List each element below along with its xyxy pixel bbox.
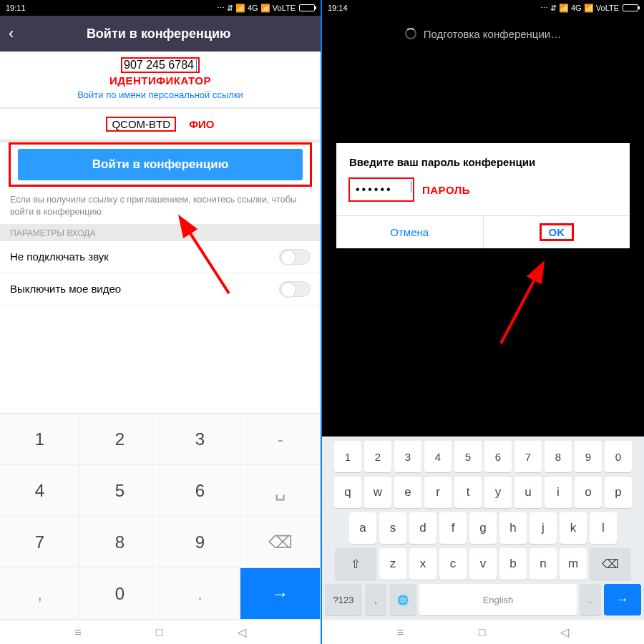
id-section: 907 245 6784 ИДЕНТИФИКАТОР Войти по имен… <box>0 52 321 107</box>
key-backspace[interactable]: ⌫ <box>590 548 631 580</box>
key-symbols[interactable]: ?123 <box>325 584 362 615</box>
key-dot[interactable]: . <box>160 568 240 620</box>
key-f[interactable]: f <box>439 512 467 544</box>
content-area: 907 245 6784 ИДЕНТИФИКАТОР Войти по имен… <box>0 52 321 306</box>
key-space[interactable]: English <box>419 584 577 615</box>
toggle-video[interactable] <box>279 281 311 297</box>
key-comma[interactable]: , <box>0 568 80 620</box>
key-go[interactable]: → <box>240 568 321 620</box>
spinner-icon <box>405 28 416 39</box>
battery-icon <box>623 4 638 11</box>
key-m[interactable]: m <box>560 548 587 580</box>
key-n5[interactable]: 5 <box>454 441 482 472</box>
name-value: QCOM-BTD <box>106 117 176 132</box>
nav-back-icon[interactable]: ◁ <box>238 625 246 639</box>
key-p[interactable]: p <box>605 477 632 508</box>
annotation-password: ПАРОЛЬ <box>422 184 470 196</box>
key-o[interactable]: o <box>575 477 602 508</box>
toggle-audio-label: Не подключать звук <box>10 250 109 263</box>
key-b[interactable]: b <box>499 548 527 580</box>
key-backspace[interactable]: ⌫ <box>240 517 321 568</box>
key-q[interactable]: q <box>334 477 361 508</box>
key-n6[interactable]: 6 <box>484 441 512 472</box>
key-8[interactable]: 8 <box>80 517 160 568</box>
key-e[interactable]: e <box>394 477 421 508</box>
key-7[interactable]: 7 <box>0 517 80 568</box>
key-s[interactable]: s <box>379 512 406 544</box>
key-n[interactable]: n <box>530 548 557 580</box>
app-header: ‹ Войти в конференцию <box>0 16 321 52</box>
toggle-video-row: Выключить мое видео <box>0 273 321 306</box>
key-9[interactable]: 9 <box>160 517 240 568</box>
key-1[interactable]: 1 <box>0 414 80 465</box>
key-enter[interactable]: → <box>604 584 641 615</box>
kbd-row3: ⇧ z x c v b n m ⌫ <box>325 548 641 580</box>
key-l[interactable]: l <box>590 512 617 544</box>
key-globe-icon[interactable]: 🌐 <box>389 584 416 615</box>
key-n8[interactable]: 8 <box>545 441 572 472</box>
key-n3[interactable]: 3 <box>394 441 421 472</box>
nav-bar: ≡ □ ◁ <box>0 620 321 644</box>
key-n4[interactable]: 4 <box>424 441 452 472</box>
nav-bar: ≡ □ ◁ <box>322 620 644 644</box>
annotation-join-outline: Войти в конференцию <box>9 142 312 187</box>
key-2[interactable]: 2 <box>80 414 160 465</box>
ok-button[interactable]: OK <box>483 216 630 248</box>
key-k[interactable]: k <box>560 512 587 544</box>
key-n7[interactable]: 7 <box>514 441 542 472</box>
personal-link[interactable]: Войти по имени персональной ссылки <box>0 88 321 107</box>
nav-home-icon[interactable]: □ <box>479 626 486 639</box>
join-button[interactable]: Войти в конференцию <box>18 149 303 180</box>
toggle-audio-row: Не подключать звук <box>0 241 321 273</box>
key-n1[interactable]: 1 <box>334 441 361 472</box>
nav-home-icon[interactable]: □ <box>156 626 163 639</box>
nav-back-icon[interactable]: ◁ <box>560 625 569 639</box>
key-c[interactable]: c <box>439 548 467 580</box>
key-i[interactable]: i <box>545 477 572 508</box>
key-space[interactable]: ␣ <box>240 465 321 517</box>
key-x[interactable]: x <box>409 548 436 580</box>
password-input[interactable]: •••••• <box>349 178 414 201</box>
key-d[interactable]: d <box>409 512 436 544</box>
key-shift[interactable]: ⇧ <box>335 548 376 580</box>
key-t[interactable]: t <box>454 477 482 508</box>
key-6[interactable]: 6 <box>160 465 240 517</box>
key-5[interactable]: 5 <box>80 465 160 517</box>
key-n9[interactable]: 9 <box>575 441 602 472</box>
qwerty-keyboard: 1 2 3 4 5 6 7 8 9 0 q w e r t y u i o p … <box>322 436 644 620</box>
key-n2[interactable]: 2 <box>364 441 391 472</box>
key-y[interactable]: y <box>484 477 512 508</box>
key-h[interactable]: h <box>499 512 527 544</box>
key-u[interactable]: u <box>514 477 542 508</box>
key-g[interactable]: g <box>469 512 497 544</box>
meeting-id-input[interactable]: 907 245 6784 <box>0 52 321 74</box>
status-icons: ⋯ ⇵ 📶 4G 📶 VoLTE <box>540 4 638 13</box>
cancel-button[interactable]: Отмена <box>336 216 483 248</box>
key-j[interactable]: j <box>530 512 557 544</box>
key-0[interactable]: 0 <box>80 568 160 620</box>
name-input-row[interactable]: QCOM-BTD ФИО <box>0 109 321 140</box>
key-comma[interactable]: , <box>365 584 386 615</box>
key-4[interactable]: 4 <box>0 465 80 517</box>
loading-header: Подготовка конференции… <box>322 16 644 52</box>
toggle-audio[interactable] <box>279 249 311 265</box>
section-title: ПАРАМЕТРЫ ВХОДА <box>0 224 321 241</box>
kbd-row2: a s d f g h j k l <box>325 512 641 544</box>
key-n0[interactable]: 0 <box>605 441 632 472</box>
key-v[interactable]: v <box>469 548 497 580</box>
key-period[interactable]: . <box>580 584 601 615</box>
nav-menu-icon[interactable]: ≡ <box>74 626 81 639</box>
key-dash[interactable]: - <box>240 414 321 465</box>
kbd-num-row: 1 2 3 4 5 6 7 8 9 0 <box>325 441 641 472</box>
key-z[interactable]: z <box>379 548 406 580</box>
svg-line-1 <box>501 275 537 343</box>
nav-menu-icon[interactable]: ≡ <box>397 626 404 639</box>
key-w[interactable]: w <box>364 477 391 508</box>
key-a[interactable]: a <box>349 512 376 544</box>
numeric-keypad: 1 2 3 - 4 5 6 ␣ 7 8 9 ⌫ , 0 . → <box>0 413 321 620</box>
key-3[interactable]: 3 <box>160 414 240 465</box>
key-r[interactable]: r <box>424 477 452 508</box>
dialog-buttons: Отмена OK <box>336 215 630 248</box>
back-icon[interactable]: ‹ <box>9 24 14 43</box>
status-icons: ⋯ ⇵ 📶 4G 📶 VoLTE <box>217 4 315 13</box>
